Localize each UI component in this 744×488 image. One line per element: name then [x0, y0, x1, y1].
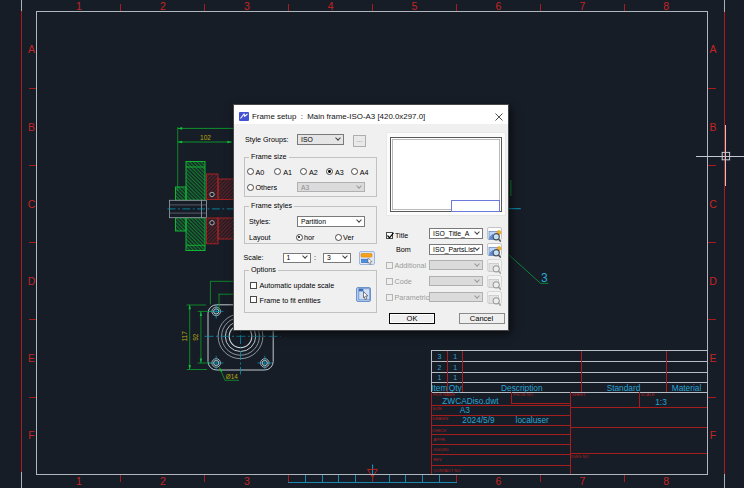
svg-text:4: 4: [328, 0, 334, 12]
svg-text:92: 92: [192, 333, 199, 341]
svg-text:D: D: [28, 275, 36, 287]
svg-text:7: 7: [579, 0, 585, 12]
svg-text:ISSUED: ISSUED: [433, 447, 449, 452]
svg-text:C: C: [709, 198, 717, 210]
svg-text:8: 8: [663, 0, 669, 12]
svg-text:2: 2: [438, 364, 442, 371]
svg-text:F: F: [28, 429, 34, 441]
svg-text:Material: Material: [672, 383, 702, 393]
svg-text:3: 3: [244, 475, 250, 487]
svg-text:8: 8: [663, 475, 669, 487]
svg-text:ZWCADiso.dwt: ZWCADiso.dwt: [442, 396, 499, 406]
svg-text:E: E: [709, 352, 716, 364]
svg-text:REV: REV: [433, 457, 442, 462]
svg-text:2: 2: [160, 0, 166, 12]
svg-text:117: 117: [181, 331, 188, 342]
svg-text:2024/5/9: 2024/5/9: [462, 415, 495, 425]
svg-text:1:3: 1:3: [655, 397, 667, 407]
svg-text:A: A: [28, 43, 35, 55]
svg-text:1: 1: [453, 353, 457, 360]
svg-text:CHECK: CHECK: [432, 428, 447, 433]
svg-text:D: D: [709, 275, 717, 287]
svg-text:1: 1: [453, 374, 457, 381]
svg-text:Item: Item: [431, 383, 447, 393]
svg-text:localuser: localuser: [516, 415, 549, 425]
svg-text:Qty: Qty: [449, 383, 463, 393]
svg-text:A: A: [709, 43, 716, 55]
svg-text:PSCW NO: PSCW NO: [513, 392, 534, 397]
svg-text:102: 102: [200, 134, 211, 141]
svg-text:A3: A3: [460, 405, 471, 415]
svg-text:B: B: [709, 121, 716, 133]
svg-text:SHEET: SHEET: [572, 392, 586, 397]
svg-text:E: E: [28, 352, 35, 364]
svg-text:Ø14: Ø14: [226, 373, 238, 380]
svg-text:DRAWN: DRAWN: [432, 416, 448, 421]
svg-text:DWG NO: DWG NO: [571, 454, 589, 459]
svg-text:3: 3: [541, 271, 548, 285]
svg-text:1: 1: [453, 364, 457, 371]
svg-text:SIZE: SIZE: [432, 406, 442, 411]
svg-text:C: C: [28, 198, 36, 210]
svg-text:1: 1: [76, 475, 82, 487]
svg-text:6: 6: [495, 475, 501, 487]
svg-text:APPR.: APPR.: [433, 437, 446, 442]
svg-text:F: F: [710, 429, 716, 441]
svg-text:6: 6: [495, 0, 501, 12]
svg-text:Standard: Standard: [607, 383, 641, 393]
svg-text:3: 3: [438, 353, 442, 360]
svg-text:2: 2: [160, 475, 166, 487]
svg-text:1: 1: [76, 0, 82, 12]
svg-text:CONTACT NO: CONTACT NO: [433, 468, 461, 473]
svg-text:3: 3: [244, 0, 250, 12]
svg-text:5: 5: [412, 0, 418, 12]
svg-text:7: 7: [579, 475, 585, 487]
svg-text:Description: Description: [501, 383, 543, 393]
svg-text:B: B: [28, 121, 35, 133]
svg-text:SCALE: SCALE: [641, 392, 655, 397]
svg-text:1: 1: [438, 374, 442, 381]
